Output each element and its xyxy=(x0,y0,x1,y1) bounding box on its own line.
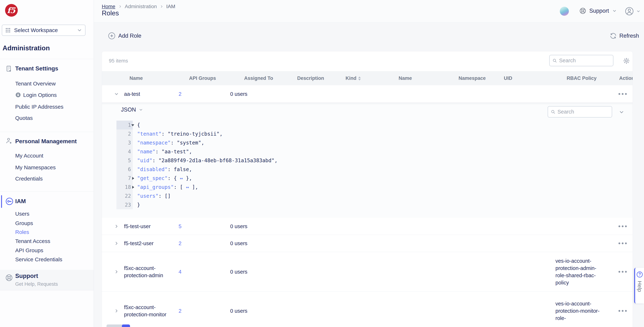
row-actions-button[interactable] xyxy=(618,271,627,273)
row-actions-button[interactable] xyxy=(618,226,627,227)
col-rbac-policy[interactable]: RBAC Policy xyxy=(567,76,596,81)
json-search[interactable] xyxy=(548,106,612,118)
expand-row-icon[interactable] xyxy=(113,240,120,247)
sidebar-item-my-namespaces[interactable]: My Namespaces xyxy=(15,164,56,171)
json-code-editor[interactable]: 1{ 2"tenant": "treino-tyjcbsii", 3"names… xyxy=(116,120,278,209)
account-menu[interactable] xyxy=(625,7,641,16)
help-question-icon xyxy=(636,271,643,278)
prev-match-icon[interactable] xyxy=(631,109,633,115)
support-menu[interactable]: Support xyxy=(579,7,617,14)
breadcrumb-administration[interactable]: Administration xyxy=(125,4,157,10)
line-gutter[interactable]: 1 xyxy=(116,120,133,130)
chevron-down-icon xyxy=(77,28,82,33)
line-gutter: 5 xyxy=(116,156,133,165)
row-aa-test[interactable]: aa-test 2 0 users xyxy=(102,85,633,102)
sidebar-section-tenant-settings[interactable]: Tenant Settings xyxy=(15,65,58,72)
page-toolbar: Add Role Refresh xyxy=(94,23,644,51)
assistant-sphere-button[interactable] xyxy=(560,7,569,16)
sidebar-item-service-credentials[interactable]: Service Credentials xyxy=(15,256,62,263)
expand-row-icon[interactable] xyxy=(113,307,120,314)
breadcrumb-iam[interactable]: IAM xyxy=(166,4,175,10)
sidebar-item-login-options[interactable]: Login Options xyxy=(23,92,57,99)
col-uid[interactable]: UID xyxy=(504,76,512,81)
table-settings-gear-icon[interactable] xyxy=(623,57,630,64)
col-description[interactable]: Description xyxy=(297,76,324,81)
cell-api-groups[interactable]: 2 xyxy=(178,91,182,97)
row-actions-button[interactable] xyxy=(618,310,627,312)
sidebar-section-personal-management[interactable]: Personal Management xyxy=(15,138,77,145)
expand-row-icon[interactable] xyxy=(113,268,120,276)
sidebar-item-my-account[interactable]: My Account xyxy=(15,152,43,159)
horizontal-scrollbar[interactable] xyxy=(106,324,130,327)
code-line: 3"namespace": "system", xyxy=(116,138,278,147)
sidebar-section-support: Support xyxy=(15,272,38,280)
lock-icon xyxy=(15,92,21,98)
chevron-right-icon xyxy=(114,224,119,229)
workspace-selector[interactable]: Select Workspace xyxy=(2,24,86,36)
json-search-input[interactable] xyxy=(558,109,609,115)
cell-api-groups[interactable]: 4 xyxy=(178,269,182,275)
cell-api-groups[interactable]: 2 xyxy=(178,240,182,246)
sidebar-item-tenant-overview[interactable]: Tenant Overview xyxy=(15,80,56,87)
row-actions-button[interactable] xyxy=(618,242,627,244)
sidebar-item-quotas[interactable]: Quotas xyxy=(15,114,33,122)
sidebar-item-public-ip-addresses[interactable]: Public IP Addresses xyxy=(15,103,64,110)
table-search-input[interactable] xyxy=(559,58,610,64)
f5-logo[interactable]: f5 xyxy=(5,4,18,17)
cell-assigned-to: 0 users xyxy=(230,223,248,229)
line-gutter[interactable]: 7 xyxy=(116,174,133,183)
cell-name: f5-test2-user xyxy=(124,240,154,246)
col-api-groups[interactable]: API Groups xyxy=(189,76,216,81)
line-gutter: 4 xyxy=(116,147,133,156)
next-match-icon[interactable] xyxy=(618,109,624,115)
line-gutter: 6 xyxy=(116,165,133,174)
col-kind[interactable]: Kind xyxy=(346,76,361,81)
sidebar-item-groups[interactable]: Groups xyxy=(15,220,33,227)
sort-icon[interactable] xyxy=(358,76,361,80)
row-actions-button[interactable] xyxy=(618,93,627,95)
table-body: aa-test 2 0 users JSON xyxy=(102,85,633,327)
cell-api-groups[interactable]: 2 xyxy=(178,308,182,314)
collapse-row-icon[interactable] xyxy=(113,90,120,98)
row-f5xc-account-protection-monitor[interactable]: f5xc-account-protection-monitor 2 0 user… xyxy=(102,291,633,327)
page-title: Roles xyxy=(102,10,119,17)
sidebar-support-block[interactable]: Support Get Help, Requests xyxy=(0,270,94,290)
add-role-button[interactable]: Add Role xyxy=(108,32,142,40)
lifebuoy-icon xyxy=(579,7,586,14)
sidebar-item-roles[interactable]: Roles xyxy=(15,228,29,236)
sidebar-item-api-groups[interactable]: API Groups xyxy=(15,247,43,254)
table-row: aa-test 2 0 users JSON xyxy=(102,85,633,218)
plus-circle-icon xyxy=(108,32,116,40)
chevron-down-icon xyxy=(138,107,143,112)
json-detail-panel: JSON 1{ 2"tenant": "treino-tyjcbsii", 3"… xyxy=(102,102,633,218)
format-selector[interactable]: JSON xyxy=(121,106,143,113)
help-tab[interactable]: Help xyxy=(634,268,644,304)
scrollbar-thumb[interactable] xyxy=(122,324,130,327)
workspace-selector-label: Select Workspace xyxy=(14,27,77,33)
line-gutter[interactable]: 18 xyxy=(116,183,133,192)
sidebar-item-users[interactable]: Users xyxy=(15,210,29,218)
row-f5-test2-user[interactable]: f5-test2-user 2 0 users xyxy=(102,235,633,252)
breadcrumb-home[interactable]: Home xyxy=(102,4,115,10)
add-role-label: Add Role xyxy=(118,32,142,39)
sidebar-item-credentials[interactable]: Credentials xyxy=(15,175,43,182)
sidebar-section-iam[interactable]: IAM xyxy=(15,198,26,204)
expand-row-icon[interactable] xyxy=(113,223,120,230)
cell-name: aa-test xyxy=(124,91,140,97)
cell-api-groups[interactable]: 5 xyxy=(178,223,182,229)
col-assigned-to[interactable]: Assigned To xyxy=(244,76,273,81)
cell-assigned-to: 0 users xyxy=(230,269,248,275)
col-name[interactable]: Name xyxy=(130,76,143,81)
col-namespace[interactable]: Namespace xyxy=(458,76,486,81)
col-kind-label: Kind xyxy=(346,76,356,81)
sidebar-item-tenant-access[interactable]: Tenant Access xyxy=(15,238,50,245)
refresh-icon xyxy=(610,32,617,40)
row-f5xc-account-protection-admin[interactable]: f5xc-account-protection-admin 4 0 users … xyxy=(102,252,633,291)
col-name-2[interactable]: Name xyxy=(398,76,412,81)
table-search[interactable] xyxy=(549,55,614,66)
search-icon xyxy=(552,58,557,64)
cell-rbac-policy: ves-io-account-protection-monitor-role- xyxy=(556,300,606,322)
items-count: 95 items xyxy=(109,58,128,64)
row-f5-test-user[interactable]: f5-test-user 5 0 users xyxy=(102,218,633,235)
refresh-button[interactable]: Refresh xyxy=(610,32,639,40)
